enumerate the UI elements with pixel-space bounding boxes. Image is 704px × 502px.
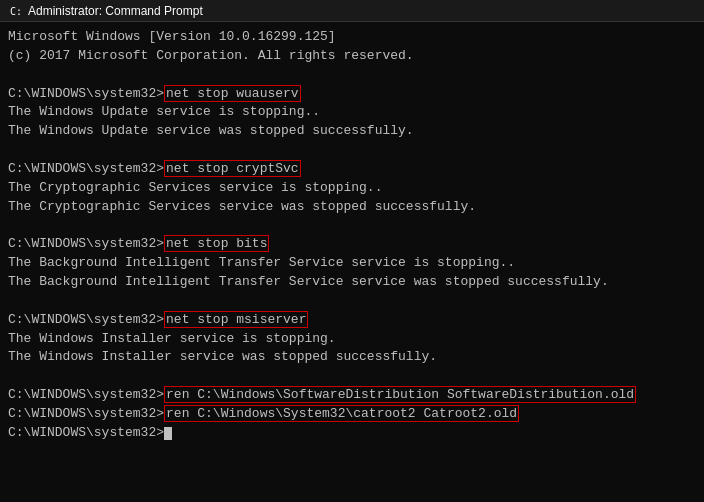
prompt-text: C:\WINDOWS\system32> [8, 161, 164, 176]
terminal-line: C:\WINDOWS\system32>net stop wuauserv [8, 85, 696, 104]
command-text: net stop bits [164, 235, 269, 252]
command-text: net stop msiserver [164, 311, 308, 328]
title-bar-text: Administrator: Command Prompt [28, 4, 696, 18]
terminal-line: The Background Intelligent Transfer Serv… [8, 273, 696, 292]
terminal-line: C:\WINDOWS\system32>net stop bits [8, 235, 696, 254]
prompt-text: C:\WINDOWS\system32> [8, 425, 164, 440]
terminal-line: The Cryptographic Services service is st… [8, 179, 696, 198]
terminal-line [8, 66, 696, 85]
command-text: net stop wuauserv [164, 85, 301, 102]
terminal-line [8, 292, 696, 311]
terminal-line: The Windows Installer service is stoppin… [8, 330, 696, 349]
prompt-text: C:\WINDOWS\system32> [8, 387, 164, 402]
terminal-line: (c) 2017 Microsoft Corporation. All righ… [8, 47, 696, 66]
terminal-line: The Background Intelligent Transfer Serv… [8, 254, 696, 273]
command-text: ren C:\Windows\SoftwareDistribution Soft… [164, 386, 636, 403]
prompt-text: C:\WINDOWS\system32> [8, 86, 164, 101]
title-bar: C:\ Administrator: Command Prompt [0, 0, 704, 22]
prompt-text: C:\WINDOWS\system32> [8, 312, 164, 327]
terminal-line: C:\WINDOWS\system32> [8, 424, 696, 443]
terminal-body: Microsoft Windows [Version 10.0.16299.12… [0, 22, 704, 502]
terminal-line: C:\WINDOWS\system32>net stop cryptSvc [8, 160, 696, 179]
prompt-text: C:\WINDOWS\system32> [8, 236, 164, 251]
terminal-line: C:\WINDOWS\system32>ren C:\Windows\Syste… [8, 405, 696, 424]
command-text: net stop cryptSvc [164, 160, 301, 177]
svg-text:C:\: C:\ [10, 6, 22, 17]
terminal-line: The Windows Update service is stopping.. [8, 103, 696, 122]
terminal-line: Microsoft Windows [Version 10.0.16299.12… [8, 28, 696, 47]
prompt-text: C:\WINDOWS\system32> [8, 406, 164, 421]
terminal-line: C:\WINDOWS\system32>net stop msiserver [8, 311, 696, 330]
terminal-line [8, 367, 696, 386]
cursor [164, 427, 172, 440]
terminal-line: The Windows Update service was stopped s… [8, 122, 696, 141]
terminal-line: The Windows Installer service was stoppe… [8, 348, 696, 367]
terminal-line: C:\WINDOWS\system32>ren C:\Windows\Softw… [8, 386, 696, 405]
terminal-line [8, 216, 696, 235]
command-text: ren C:\Windows\System32\catroot2 Catroot… [164, 405, 519, 422]
terminal-line: The Cryptographic Services service was s… [8, 198, 696, 217]
terminal-line [8, 141, 696, 160]
cmd-icon: C:\ [8, 4, 22, 18]
